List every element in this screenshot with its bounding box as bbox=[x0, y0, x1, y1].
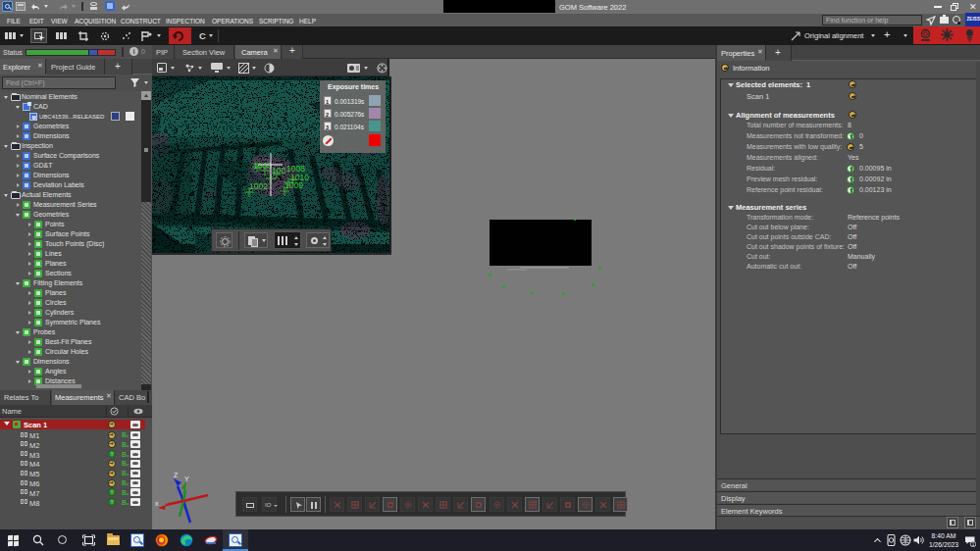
svg-text:1009: 1009 bbox=[284, 180, 303, 190]
svg-text:Z: Z bbox=[174, 472, 179, 478]
svg-text:Y: Y bbox=[184, 476, 189, 482]
svg-text:1002: 1002 bbox=[249, 181, 268, 191]
svg-text:x: x bbox=[155, 500, 159, 507]
svg-text:1000: 1000 bbox=[253, 161, 272, 171]
svg-text:100: 100 bbox=[272, 166, 285, 175]
